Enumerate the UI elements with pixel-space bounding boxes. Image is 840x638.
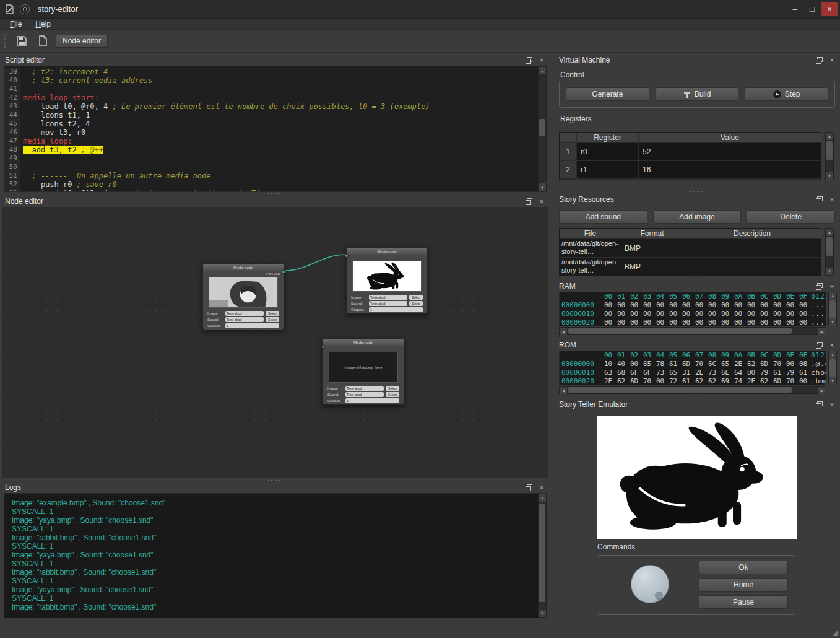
code-lines[interactable]: 39 ; t2: increment 4 40 ; t3: current me… <box>4 68 538 191</box>
home-button[interactable]: Home <box>699 578 788 592</box>
window-resize-grip[interactable]: ◢ <box>833 628 838 637</box>
hex-byte[interactable]: 00 <box>746 369 756 377</box>
hex-byte[interactable]: 6D <box>772 377 782 385</box>
toolbar-drag-handle[interactable] <box>4 34 6 48</box>
scrollbar-thumb[interactable] <box>826 237 833 256</box>
main-splitter-handle[interactable] <box>551 55 555 619</box>
property-field[interactable]: 1 <box>225 323 279 328</box>
register-row[interactable]: 1 r0 52 <box>560 143 821 161</box>
hex-byte[interactable]: 63 <box>603 369 613 377</box>
hex-byte[interactable]: 62 <box>746 360 756 369</box>
scroll-up-button[interactable]: ▲ <box>829 351 836 359</box>
hex-byte[interactable]: 08 <box>798 360 808 369</box>
close-button[interactable]: × <box>821 2 838 16</box>
hex-byte[interactable]: 00 <box>785 310 795 318</box>
hex-byte[interactable]: 64 <box>733 369 743 377</box>
hex-byte[interactable]: 00 <box>629 301 639 310</box>
save-button[interactable] <box>14 33 30 49</box>
scrollbar-thumb[interactable] <box>829 359 836 377</box>
hex-byte[interactable]: 61 <box>668 360 678 369</box>
generate-button[interactable]: Generate <box>566 87 649 101</box>
hex-byte[interactable]: 00 <box>694 310 704 318</box>
hex-byte[interactable]: 6D <box>629 377 639 385</box>
input-port[interactable] <box>345 254 349 258</box>
hex-byte[interactable]: 6C <box>707 360 717 369</box>
hex-byte[interactable]: 00 <box>668 301 678 310</box>
hex-byte[interactable]: 2E <box>694 369 704 377</box>
rom-dock-titlebar[interactable]: ROM × <box>555 339 840 351</box>
hex-byte[interactable]: 65 <box>642 360 652 369</box>
hex-byte[interactable]: 00 <box>798 310 808 318</box>
maximize-button[interactable]: □ <box>804 2 820 16</box>
register-row[interactable]: 2 r1 16 <box>560 161 821 179</box>
hex-byte[interactable]: 70 <box>772 360 782 369</box>
registers-table[interactable]: Register Value 1 r0 52 2 r1 16 <box>559 132 821 180</box>
close-dock-button[interactable]: × <box>828 400 836 409</box>
float-dock-button[interactable] <box>814 195 823 204</box>
property-field[interactable]: 1 <box>345 398 399 403</box>
hex-byte[interactable]: 00 <box>733 310 743 318</box>
scroll-right-button[interactable]: ▶ <box>818 328 826 335</box>
scroll-down-button[interactable]: ▼ <box>829 377 836 385</box>
hex-byte[interactable]: 6D <box>681 360 691 369</box>
hex-byte[interactable]: 6F <box>629 369 639 377</box>
register-column-header[interactable]: Register <box>577 133 639 142</box>
hex-byte[interactable]: 00 <box>746 310 756 318</box>
hex-byte[interactable]: 00 <box>616 318 626 326</box>
close-dock-button[interactable]: × <box>828 282 836 291</box>
hex-byte[interactable]: 00 <box>720 310 730 318</box>
add-image-button[interactable]: Add image <box>653 210 742 224</box>
hex-byte[interactable]: 00 <box>655 301 665 310</box>
resources-dock-titlebar[interactable]: Story Resources × <box>555 194 840 205</box>
menu-help[interactable]: Help <box>29 19 57 29</box>
hex-byte[interactable]: 00 <box>655 310 665 318</box>
ram-dock-titlebar[interactable]: RAM × <box>555 281 840 292</box>
scrollbar-thumb[interactable] <box>826 141 833 160</box>
hex-byte[interactable]: 79 <box>759 369 769 377</box>
hex-byte[interactable]: 00 <box>681 318 691 326</box>
hex-byte[interactable]: 40 <box>616 360 626 369</box>
property-field[interactable]: Texte abcd <box>369 295 407 300</box>
hex-byte[interactable]: 00 <box>603 301 613 310</box>
scrollbar-thumb[interactable] <box>829 300 836 318</box>
scroll-down-button[interactable]: ▼ <box>826 172 833 180</box>
emulator-dock-titlebar[interactable]: Story Teller Emulator × <box>555 399 840 410</box>
property-field[interactable]: Texte abcd <box>345 392 384 397</box>
hex-byte[interactable]: 00 <box>733 318 743 326</box>
hex-byte[interactable]: 00 <box>668 318 678 326</box>
hex-byte[interactable]: 70 <box>694 360 704 369</box>
hex-byte[interactable]: 00 <box>629 318 639 326</box>
scrollbar-thumb[interactable] <box>568 328 792 334</box>
resource-row[interactable]: /mnt/data/git/open-story-tell… BMP <box>560 239 821 258</box>
hex-byte[interactable]: 72 <box>668 377 678 385</box>
hex-byte[interactable]: 00 <box>720 301 730 310</box>
property-field[interactable]: Texte abcd <box>345 386 384 391</box>
property-select-button[interactable]: Select <box>266 311 279 316</box>
hex-byte[interactable]: 73 <box>707 369 717 377</box>
input-port[interactable] <box>321 345 325 349</box>
value-column-header[interactable]: Value <box>639 133 821 142</box>
menu-file[interactable]: File <box>4 19 28 29</box>
scroll-down-button[interactable]: ▼ <box>539 610 546 617</box>
hex-byte[interactable]: 00 <box>746 318 756 326</box>
hex-byte[interactable]: 00 <box>655 318 665 326</box>
node-titlebar[interactable]: Media node <box>347 248 427 255</box>
description-column-header[interactable]: Description <box>683 229 821 238</box>
ram-vertical-scrollbar[interactable]: ▲ ▼ <box>828 292 837 326</box>
node-editor-dock-titlebar[interactable]: Node editor × <box>1 196 550 207</box>
hex-byte[interactable]: 00 <box>707 318 717 326</box>
float-dock-button[interactable] <box>814 400 823 409</box>
export-script-button[interactable] <box>35 33 51 49</box>
hex-byte[interactable]: 00 <box>707 310 717 318</box>
hex-byte[interactable]: 79 <box>785 369 795 377</box>
logs-vertical-scrollbar[interactable]: ▲ ▼ <box>538 494 547 618</box>
hex-byte[interactable]: 00 <box>759 301 769 310</box>
scroll-down-button[interactable]: ▼ <box>826 268 833 275</box>
hex-byte[interactable]: 6D <box>759 360 769 369</box>
close-dock-button[interactable]: × <box>828 195 836 204</box>
hex-byte[interactable]: 00 <box>642 310 652 318</box>
window-titlebar[interactable]: story-editor – □ × <box>0 0 840 19</box>
hex-byte[interactable]: 65 <box>720 360 730 369</box>
hex-byte[interactable]: 00 <box>798 301 808 310</box>
property-select-button[interactable]: Select <box>409 295 423 300</box>
